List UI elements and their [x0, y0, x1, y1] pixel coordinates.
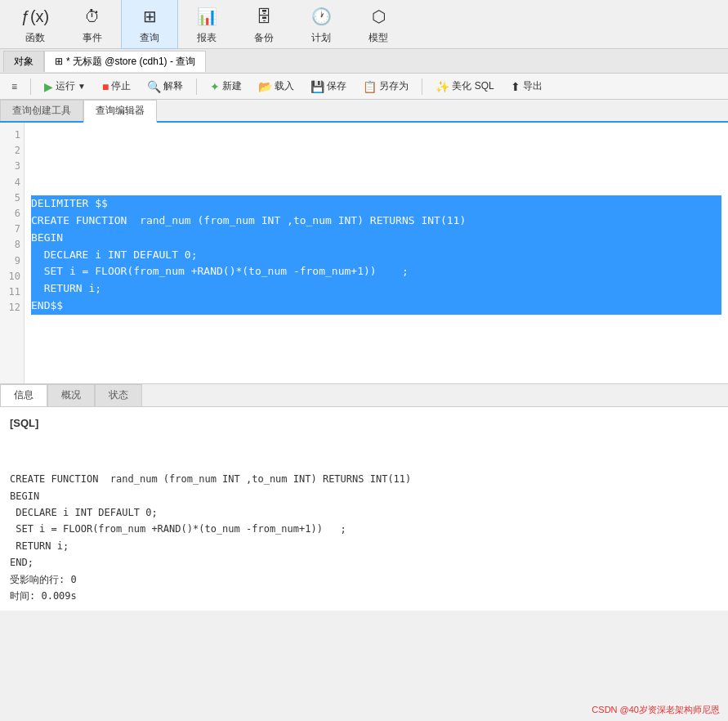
bottom-content: [SQL] CREATE FUNCTION rand_num (from_num…: [0, 407, 728, 611]
action-toolbar: ≡ ▶ 运行 ▼ ■ 停止 🔍 解释 ✦ 新建 📂 载入 💾 保存 📋 另存为 …: [0, 74, 728, 100]
query-tabs: 查询创建工具 查询编辑器: [0, 100, 728, 123]
object-tab-bar: 对象 ⊞ * 无标题 @store (cdh1) - 查询: [0, 49, 728, 74]
toolbar-label-query: 查询: [140, 31, 159, 45]
footer-text: CSDN @40岁资深老架构师尼恩: [592, 705, 720, 714]
tab-query-builder[interactable]: 查询创建工具: [0, 100, 83, 121]
object-tab[interactable]: 对象: [3, 51, 44, 72]
beautify-button[interactable]: ✨ 美化 SQL: [429, 78, 500, 95]
line-number-2: 2: [3, 143, 20, 159]
toolbar-item-event[interactable]: ⏱ 事件: [64, 0, 121, 48]
editor-area: 123456789101112 DELIMITER $$CREATE FUNCT…: [0, 123, 728, 384]
line-number-5: 5: [3, 190, 20, 206]
line-number-4: 4: [3, 175, 20, 190]
saveas-button[interactable]: 📋 另存为: [356, 78, 415, 95]
tab-query-editor[interactable]: 查询编辑器: [83, 100, 157, 123]
code-line-5: DELIMITER $$: [31, 195, 721, 213]
toolbar-item-schedule[interactable]: 🕐 计划: [293, 0, 350, 48]
toolbar-label-model: 模型: [368, 31, 388, 45]
toolbar-label-func: 函数: [25, 31, 45, 45]
menu-btn[interactable]: ≡: [5, 79, 24, 94]
toolbar-item-query[interactable]: ⊞ 查询: [121, 0, 178, 49]
export-button[interactable]: ⬆ 导出: [504, 78, 549, 95]
save-button[interactable]: 💾 保存: [304, 78, 353, 95]
tab-query-editor-label: 查询编辑器: [96, 105, 145, 116]
code-line-9: SET i = FLOOR(from_num +RAND()*(to_num -…: [31, 263, 721, 280]
code-line-7: BEGIN: [31, 230, 721, 247]
toolbar-icon-report: 📊: [194, 3, 220, 29]
save-icon: 💾: [310, 80, 324, 93]
toolbar-label-report: 报表: [197, 31, 217, 45]
result-line: BEGIN: [10, 488, 718, 504]
code-line-4: [31, 178, 721, 195]
new-label: 新建: [222, 79, 242, 93]
separator1: [30, 78, 31, 95]
toolbar-item-model[interactable]: ⬡ 模型: [350, 0, 407, 48]
result-line: [10, 455, 718, 471]
footer: CSDN @40岁资深老架构师尼恩: [592, 704, 720, 716]
line-number-11: 11: [3, 284, 20, 300]
sql-label: [SQL]: [10, 414, 718, 432]
export-label: 导出: [523, 79, 543, 93]
save-label: 保存: [327, 79, 346, 93]
toolbar-item-func[interactable]: ƒ(x) 函数: [7, 0, 64, 48]
line-number-1: 1: [3, 128, 20, 143]
new-button[interactable]: ✦ 新建: [203, 78, 248, 95]
result-line: SET i = FLOOR(from_num +RAND()*(to_num -…: [10, 521, 718, 537]
line-number-6: 6: [3, 206, 20, 222]
code-line-6: CREATE FUNCTION rand_num (from_num INT ,…: [31, 213, 721, 230]
saveas-label: 另存为: [379, 79, 409, 93]
query-tab-icon: ⊞: [55, 56, 63, 67]
line-number-12: 12: [3, 300, 20, 316]
code-line-8: DECLARE i INT DEFAULT 0;: [31, 247, 721, 264]
toolbar-item-backup[interactable]: 🗄 备份: [235, 0, 293, 48]
code-line-2: [31, 145, 721, 162]
toolbar-icon-model: ⬡: [365, 3, 391, 29]
explain-icon: 🔍: [147, 80, 161, 93]
stop-button[interactable]: ■ 停止: [96, 78, 137, 95]
code-editor[interactable]: DELIMITER $$CREATE FUNCTION rand_num (fr…: [25, 123, 728, 383]
run-button[interactable]: ▶ 运行 ▼: [38, 78, 92, 95]
line-number-10: 10: [3, 269, 20, 284]
toolbar-label-event: 事件: [83, 31, 102, 45]
result-line: 时间: 0.009s: [10, 588, 718, 604]
result-line: 受影响的行: 0: [10, 571, 718, 588]
code-line-10: RETURN i;: [31, 280, 721, 298]
load-label: 载入: [275, 79, 294, 93]
code-line-1: [31, 128, 721, 145]
menu-icon: ≡: [11, 81, 17, 92]
bottom-tab-状态[interactable]: 状态: [95, 384, 142, 406]
load-button[interactable]: 📂 载入: [252, 78, 301, 95]
line-number-9: 9: [3, 253, 20, 269]
explain-label: 解释: [163, 79, 183, 93]
code-line-3: [31, 162, 721, 179]
result-line: [10, 437, 718, 454]
toolbar-icon-schedule: 🕐: [308, 3, 334, 29]
toolbar-icon-backup: 🗄: [251, 3, 277, 29]
load-icon: 📂: [258, 80, 272, 93]
stop-label: 停止: [111, 79, 131, 93]
bottom-tabs: 信息概况状态: [0, 384, 728, 407]
result-line: RETURN i;: [10, 538, 718, 554]
run-dropdown-icon: ▼: [78, 82, 86, 91]
query-tab-title[interactable]: ⊞ * 无标题 @store (cdh1) - 查询: [44, 51, 206, 72]
new-icon: ✦: [210, 80, 220, 93]
explain-button[interactable]: 🔍 解释: [141, 78, 190, 95]
line-number-8: 8: [3, 237, 20, 253]
beautify-icon: ✨: [435, 80, 449, 93]
run-label: 运行: [56, 79, 75, 93]
toolbar-icon-func: ƒ(x): [22, 3, 48, 29]
toolbar-icon-query: ⊞: [136, 3, 163, 29]
query-title-label: * 无标题 @store (cdh1) - 查询: [66, 55, 195, 69]
bottom-tab-概况[interactable]: 概况: [47, 384, 95, 406]
export-icon: ⬆: [511, 80, 520, 93]
separator2: [196, 78, 197, 95]
bottom-tab-信息[interactable]: 信息: [0, 384, 47, 406]
result-text: CREATE FUNCTION rand_num (from_num INT ,…: [10, 437, 718, 604]
toolbar-icon-event: ⏱: [79, 3, 105, 29]
toolbar-item-report[interactable]: 📊 报表: [178, 0, 235, 48]
line-numbers: 123456789101112: [0, 123, 25, 383]
separator3: [422, 78, 422, 95]
saveas-icon: 📋: [363, 80, 377, 93]
stop-icon: ■: [102, 80, 109, 93]
code-line-12: [31, 315, 721, 332]
